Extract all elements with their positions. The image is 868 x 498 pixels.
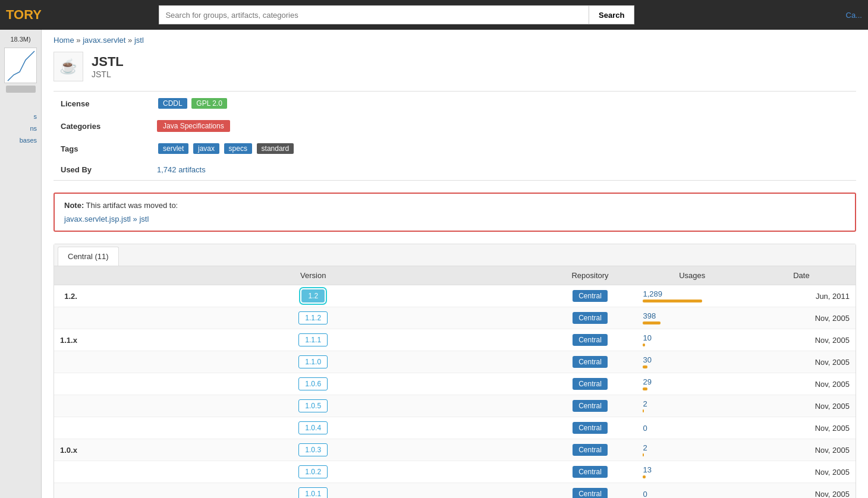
- tags-values: servlet javax specs standard: [151, 138, 855, 159]
- usage-count-link[interactable]: 2: [643, 443, 647, 452]
- breadcrumb-current: jstl: [134, 36, 144, 45]
- tag-servlet-badge[interactable]: servlet: [158, 143, 188, 154]
- sidebar-chart: [4, 48, 37, 83]
- usage-count-link[interactable]: 0: [643, 424, 647, 433]
- header: TORY Search Ca...: [0, 0, 868, 30]
- repo-badge[interactable]: Central: [573, 356, 608, 368]
- sidebar-item-ns[interactable]: ns: [3, 122, 38, 134]
- usage-count-link[interactable]: 1,289: [643, 289, 662, 298]
- version-group-label: 1.2.: [54, 285, 83, 307]
- breadcrumb-sep1: »: [76, 36, 80, 45]
- repo-cell: Central: [543, 483, 637, 499]
- artifact-icon: ☕: [54, 52, 83, 81]
- repo-badge[interactable]: Central: [573, 400, 608, 412]
- repo-badge[interactable]: Central: [573, 378, 608, 390]
- usage-count-link[interactable]: 29: [643, 377, 651, 386]
- table-row: 1.0.1Central0 Nov, 2005: [54, 483, 856, 499]
- repo-cell: Central: [543, 461, 637, 483]
- version-group-label: [54, 461, 83, 483]
- repo-badge[interactable]: Central: [573, 290, 608, 302]
- table-header-row: Version Repository Usages Date: [54, 266, 856, 285]
- version-button[interactable]: 1.1.2: [298, 311, 328, 324]
- version-button[interactable]: 1.0.3: [298, 443, 328, 456]
- main-content: Home » javax.servlet » jstl ☕ JSTL JSTL …: [42, 30, 868, 498]
- date-cell: Nov, 2005: [747, 417, 856, 439]
- category-java-specs-badge[interactable]: Java Specifications: [157, 120, 230, 132]
- version-button[interactable]: 1.0.1: [298, 487, 328, 498]
- usage-count-link[interactable]: 2: [643, 399, 647, 408]
- repo-cell: Central: [543, 439, 637, 461]
- note-title: Note:: [64, 201, 84, 210]
- breadcrumb-group[interactable]: javax.servlet: [83, 36, 125, 45]
- sidebar-scrollbar[interactable]: [6, 86, 36, 93]
- note-box: Note: This artifact was moved to: javax.…: [54, 193, 856, 232]
- date-cell: Nov, 2005: [747, 439, 856, 461]
- tag-standard-badge[interactable]: standard: [257, 143, 294, 154]
- date-cell: Nov, 2005: [747, 483, 856, 499]
- table-row: 1.1.2Central398 Nov, 2005: [54, 307, 856, 329]
- table-row: 1.2.1.2Central1,289 Jun, 2011: [54, 285, 856, 307]
- java-icon: ☕: [59, 58, 77, 75]
- version-button[interactable]: 1.0.2: [298, 465, 328, 478]
- version-button[interactable]: 1.1.1: [298, 333, 328, 346]
- version-button[interactable]: 1.0.4: [298, 421, 328, 434]
- used-by-link[interactable]: 1,742 artifacts: [157, 165, 206, 174]
- tab-central[interactable]: Central (11): [58, 247, 119, 266]
- repo-badge[interactable]: Central: [573, 312, 608, 324]
- tag-specs-badge[interactable]: specs: [224, 143, 252, 154]
- version-button[interactable]: 1.1.0: [298, 355, 328, 368]
- version-cell: 1.0.3: [83, 439, 543, 461]
- categories-row: Categories Java Specifications: [55, 115, 855, 137]
- table-row: 1.0.4Central0 Nov, 2005: [54, 417, 856, 439]
- usages-cell: 2: [637, 395, 747, 417]
- license-cddl-badge[interactable]: CDDL: [158, 98, 187, 109]
- breadcrumb-sep2: »: [128, 36, 132, 45]
- col-header-group: [54, 266, 83, 285]
- note-text: This artifact was moved to:: [86, 201, 178, 210]
- col-header-date: Date: [747, 266, 856, 285]
- license-gpl-badge[interactable]: GPL 2.0: [191, 98, 227, 109]
- breadcrumb-home[interactable]: Home: [54, 36, 74, 45]
- header-right-link[interactable]: Ca...: [846, 11, 862, 20]
- usage-count-link[interactable]: 13: [643, 465, 651, 474]
- table-row: 1.0.6Central29 Nov, 2005: [54, 373, 856, 395]
- license-row: License CDDL GPL 2.0: [55, 93, 855, 114]
- repo-cell: Central: [543, 307, 637, 329]
- version-cell: 1.1.2: [83, 307, 543, 329]
- table-row: 1.1.x1.1.1Central10 Nov, 2005: [54, 329, 856, 351]
- usage-bar: [643, 365, 647, 368]
- repo-cell: Central: [543, 329, 637, 351]
- repo-badge[interactable]: Central: [573, 466, 608, 478]
- version-button[interactable]: 1.2: [301, 289, 325, 302]
- repo-badge[interactable]: Central: [573, 422, 608, 434]
- search-input[interactable]: [159, 5, 589, 24]
- usage-count-link[interactable]: 30: [643, 355, 651, 364]
- sidebar-item-bases[interactable]: bases: [3, 134, 38, 146]
- usages-cell: 10: [637, 329, 747, 351]
- usage-count-link[interactable]: 0: [643, 490, 647, 499]
- used-by-value: 1,742 artifacts: [151, 160, 855, 179]
- repo-badge[interactable]: Central: [573, 334, 608, 346]
- col-header-usages: Usages: [637, 266, 747, 285]
- version-button[interactable]: 1.0.6: [298, 377, 328, 390]
- usages-cell: 398: [637, 307, 747, 329]
- tag-javax-badge[interactable]: javax: [193, 143, 219, 154]
- sidebar-item-s[interactable]: s: [3, 111, 38, 122]
- usages-cell: 0: [637, 417, 747, 439]
- repo-badge[interactable]: Central: [573, 444, 608, 456]
- usage-count-link[interactable]: 10: [643, 333, 651, 342]
- version-cell: 1.0.5: [83, 395, 543, 417]
- version-cell: 1.0.4: [83, 417, 543, 439]
- date-cell: Nov, 2005: [747, 373, 856, 395]
- note-redirect-link[interactable]: javax.servlet.jsp.jstl » jstl: [64, 215, 149, 223]
- usage-count-link[interactable]: 398: [643, 311, 656, 320]
- usage-bar: [643, 453, 644, 456]
- repo-badge[interactable]: Central: [573, 488, 608, 498]
- date-cell: Nov, 2005: [747, 461, 856, 483]
- version-group-label: [54, 351, 83, 373]
- sidebar-stat: 18.3M): [3, 36, 38, 43]
- usage-bar: [643, 475, 646, 478]
- version-button[interactable]: 1.0.5: [298, 399, 328, 412]
- date-cell: Nov, 2005: [747, 395, 856, 417]
- search-button[interactable]: Search: [589, 5, 634, 24]
